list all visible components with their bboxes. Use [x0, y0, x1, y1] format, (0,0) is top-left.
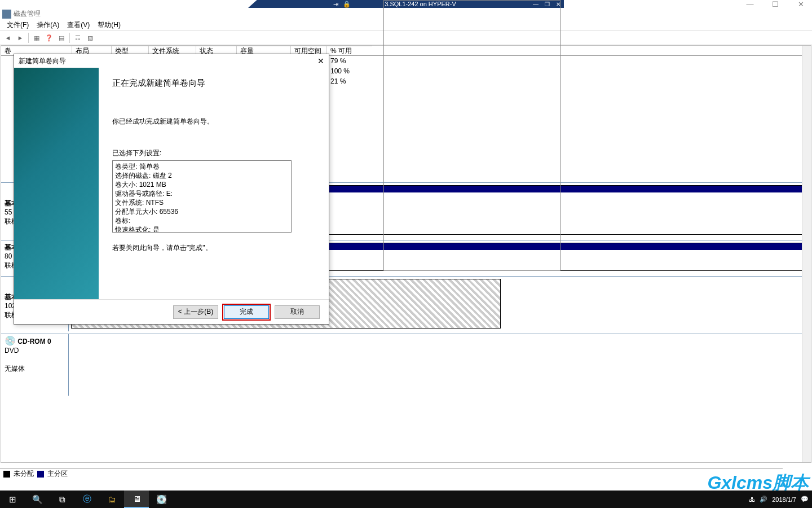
wizard-titlebar: 新建简单卷向导 ✕ [14, 54, 329, 68]
outer-window-controls: — ☐ ✕ [742, 0, 809, 8]
outer-close-icon[interactable]: ✕ [792, 0, 809, 8]
hyperv-title-center: ⇥ 🔒 3.SQL1-242 on HYPER-V [248, 0, 541, 8]
back-button[interactable]: < 上一步(B) [173, 305, 218, 319]
hv-close-icon[interactable]: ✕ [553, 0, 564, 8]
ie-icon[interactable]: ⓔ [74, 491, 99, 508]
diskmgmt-taskbar-icon[interactable]: 💽 [149, 491, 174, 508]
col-pctfree[interactable]: % 可用 [327, 46, 372, 55]
cdrom-content [69, 334, 811, 396]
setting-line: 卷类型: 简单卷 [115, 162, 289, 171]
setting-line: 分配单元大小: 65536 [115, 207, 289, 216]
menu-action[interactable]: 操作(A) [33, 19, 63, 31]
hyperv-window-controls: — ❐ ✕ [530, 0, 564, 8]
task-view-button[interactable]: ⧉ [50, 491, 74, 508]
cdrom-info: 💿 CD-ROM 0 DVD 无媒体 [1, 334, 69, 396]
legend-swatch-unallocated [3, 471, 10, 478]
outer-minimize-icon[interactable]: — [742, 0, 758, 8]
wizard-close-hint: 若要关闭此向导，请单击"完成"。 [112, 243, 315, 253]
hyperv-titlebar: ⇥ 🔒 3.SQL1-242 on HYPER-V — ❐ ✕ — ☐ ✕ [0, 0, 812, 8]
menu-file[interactable]: 文件(F) [3, 19, 32, 31]
cdrom-title: CD-ROM 0 [17, 338, 51, 345]
cdrom-type: DVD [5, 347, 19, 354]
cancel-button[interactable]: 取消 [275, 305, 320, 319]
system-tray: 🖧 🔊 2018/1/7 💬 [749, 496, 809, 503]
cdrom-status: 无媒体 [5, 365, 25, 373]
hyperv-taskbar-icon[interactable]: 🖥 [124, 491, 149, 508]
wizard-selected-label: 已选择下列设置: [112, 148, 315, 158]
diskmgmt-icon [2, 10, 11, 19]
toolbar-icon-5[interactable]: ▧ [85, 32, 96, 43]
tray-network-icon[interactable]: 🖧 [749, 496, 755, 503]
diskmgmt-title: 磁盘管理 [14, 9, 41, 19]
legend: 未分配 主分区 [0, 468, 783, 479]
wizard-done-message: 你已经成功完成新建简单卷向导。 [112, 116, 315, 126]
toolbar-icon-4[interactable]: ☶ [72, 32, 83, 43]
legend-swatch-primary [37, 471, 44, 478]
pin-icon[interactable]: ⇥ [333, 1, 338, 8]
tray-datetime[interactable]: 2018/1/7 [772, 496, 796, 503]
new-simple-volume-wizard: 新建简单卷向导 ✕ 正在完成新建简单卷向导 你已经成功完成新建简单卷向导。 已选… [14, 54, 329, 325]
hv-maximize-icon[interactable]: ❐ [541, 0, 553, 8]
setting-line: 驱动器号或路径: E: [115, 189, 289, 198]
pct-free-cell: 79 % [327, 57, 349, 65]
hyperv-title-text: 3.SQL1-242 on HYPER-V [385, 1, 456, 7]
diskmgmt-titlebar: 磁盘管理 [0, 8, 812, 20]
legend-label-unallocated: 未分配 [14, 469, 34, 479]
toolbar-icon-3[interactable]: ▤ [56, 32, 67, 43]
wizard-heading: 正在完成新建简单卷向导 [112, 78, 315, 88]
outer-maximize-icon[interactable]: ☐ [767, 0, 784, 8]
wizard-content: 正在完成新建简单卷向导 你已经成功完成新建简单卷向导。 已选择下列设置: 卷类型… [99, 68, 329, 299]
setting-line: 文件系统: NTFS [115, 198, 289, 207]
pct-free-cell: 21 % [327, 77, 349, 85]
setting-line: 快速格式化: 是 [115, 225, 289, 233]
tray-notification-icon[interactable]: 💬 [801, 496, 809, 503]
wizard-close-icon[interactable]: ✕ [317, 56, 324, 65]
vertical-scrollbar[interactable] [802, 46, 811, 462]
wizard-settings-list[interactable]: 卷类型: 简单卷 选择的磁盘: 磁盘 2 卷大小: 1021 MB 驱动器号或路… [112, 160, 292, 233]
wizard-sidebar-image [14, 68, 99, 299]
cdrom-icon: 💿 [5, 336, 16, 345]
search-button[interactable]: 🔍 [25, 491, 50, 508]
pct-free-cell: 100 % [327, 67, 353, 75]
back-button[interactable]: ◄ [2, 32, 14, 43]
toolbar-icon-2[interactable]: ❓ [43, 32, 55, 43]
taskbar: ⊞ 🔍 ⧉ ⓔ 🗂 🖥 💽 🖧 🔊 2018/1/7 💬 [0, 491, 812, 508]
menu-view[interactable]: 查看(V) [64, 19, 93, 31]
forward-button[interactable]: ► [15, 32, 26, 43]
toolbar: ◄ ► ▦ ❓ ▤ ☶ ▧ [0, 30, 812, 45]
menu-help[interactable]: 帮助(H) [94, 19, 124, 31]
setting-line: 选择的磁盘: 磁盘 2 [115, 171, 289, 180]
tray-volume-icon[interactable]: 🔊 [760, 496, 767, 503]
wizard-title-text: 新建简单卷向导 [19, 56, 66, 66]
menubar: 文件(F) 操作(A) 查看(V) 帮助(H) [0, 20, 812, 30]
lock-icon[interactable]: 🔒 [343, 1, 351, 8]
wizard-buttons: < 上一步(B) 完成 取消 [14, 299, 329, 324]
hv-minimize-icon[interactable]: — [530, 0, 541, 8]
toolbar-icon-1[interactable]: ▦ [31, 32, 42, 43]
explorer-icon[interactable]: 🗂 [99, 491, 124, 508]
cdrom-panel: 💿 CD-ROM 0 DVD 无媒体 [1, 334, 811, 396]
legend-label-primary: 主分区 [47, 469, 68, 479]
finish-button[interactable]: 完成 [224, 305, 269, 319]
start-button[interactable]: ⊞ [0, 491, 25, 508]
setting-line: 卷大小: 1021 MB [115, 180, 289, 189]
setting-line: 卷标: [115, 216, 289, 225]
